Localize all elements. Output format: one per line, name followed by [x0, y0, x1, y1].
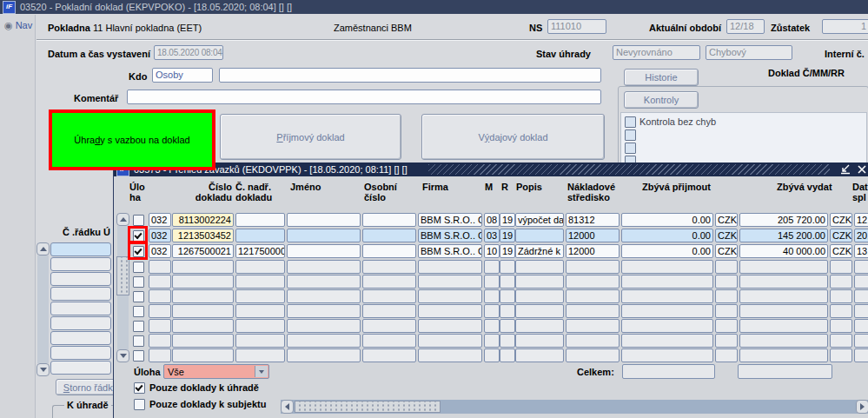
- kontrola-checkbox-2[interactable]: [625, 129, 636, 141]
- cell-empty: [739, 275, 828, 289]
- cell-prijmout[interactable]: 0.00: [621, 229, 713, 242]
- cell-r[interactable]: 19: [500, 213, 515, 227]
- cell-jmeno[interactable]: [287, 229, 361, 242]
- col-header-jmeno: Jméno: [290, 182, 321, 192]
- table-row[interactable]: 032 8113002224 BBM S.R.O.. Ce 08 19 výpo…: [114, 213, 868, 228]
- line-row-field[interactable]: [50, 242, 111, 256]
- row-select-checkbox[interactable]: [133, 291, 144, 302]
- kdo-type-field[interactable]: Osoby: [152, 68, 213, 83]
- cell-ns[interactable]: 12000: [566, 229, 620, 242]
- line-row-field[interactable]: [50, 257, 111, 271]
- cell-mena1[interactable]: CZK: [715, 244, 738, 258]
- horizontal-scroll-right-button[interactable]: [856, 400, 868, 414]
- line-row-field[interactable]: [50, 331, 111, 345]
- uhrady-s-vazbou-button[interactable]: Úhrady s vazbou na doklad: [52, 113, 212, 167]
- kontrola-checkbox-1[interactable]: [625, 116, 636, 128]
- line-row-field[interactable]: [50, 316, 111, 330]
- stav-uhrady-field-1[interactable]: Nevyrovnáno: [613, 45, 700, 60]
- cell-jmeno[interactable]: [287, 213, 361, 227]
- lines-scroll-down-button[interactable]: [36, 363, 50, 376]
- cell-osobni[interactable]: [362, 229, 416, 242]
- row-select-checkbox[interactable]: [133, 335, 144, 347]
- prijmovy-doklad-button[interactable]: Příjmový doklad: [220, 114, 401, 160]
- cell-dat[interactable]: 20.: [854, 229, 868, 242]
- row-select-checkbox[interactable]: [133, 246, 144, 257]
- horizontal-scrollbar-thumb[interactable]: [295, 401, 441, 413]
- cell-popis[interactable]: výpočet dar: [515, 213, 564, 227]
- line-row-field[interactable]: [50, 346, 111, 360]
- zustatek-field[interactable]: 1: [822, 19, 868, 34]
- pouze-doklady-k-uhrade-checkbox[interactable]: [134, 382, 145, 394]
- cell-nadr[interactable]: 1217500006: [235, 244, 285, 258]
- cell-vydat[interactable]: 145 200.00: [739, 229, 828, 242]
- cell-popis[interactable]: [515, 229, 564, 242]
- cell-firma[interactable]: BBM S.R.O.. Ce: [418, 244, 482, 258]
- kontrola-checkbox-3[interactable]: [625, 143, 636, 154]
- cell-mena1[interactable]: CZK: [715, 213, 738, 227]
- historie-button[interactable]: Historie: [624, 69, 699, 86]
- vydajovy-doklad-button[interactable]: Výdajový doklad: [421, 114, 605, 160]
- cell-cislo[interactable]: 1213503452: [172, 229, 234, 242]
- table-row[interactable]: 032 1213503452 BBM S.R.O.. Ce 03 19 1200…: [114, 229, 868, 243]
- line-row-field[interactable]: [50, 287, 111, 301]
- pouze-doklady-k-subjektu-checkbox[interactable]: [134, 399, 145, 410]
- kdo-name-field[interactable]: [219, 68, 601, 83]
- row-select-checkbox[interactable]: [133, 321, 144, 332]
- cell-r[interactable]: 19: [500, 244, 515, 258]
- line-row-field[interactable]: [50, 272, 111, 286]
- cell-popis[interactable]: Zádržné k fa: [515, 244, 564, 258]
- cell-dat[interactable]: 12.: [854, 213, 868, 227]
- cell-prijmout[interactable]: 0.00: [621, 244, 713, 258]
- cell-ns[interactable]: 12000: [566, 244, 620, 258]
- cell-vydat[interactable]: 40 000.00: [739, 244, 828, 258]
- cell-uloha[interactable]: 032: [149, 229, 171, 242]
- cell-prijmout[interactable]: 0.00: [621, 213, 713, 227]
- lines-scroll-up-button[interactable]: [36, 242, 50, 255]
- line-row-field[interactable]: [50, 302, 111, 315]
- dropdown-arrow-button[interactable]: [255, 366, 268, 377]
- komentar-field[interactable]: [127, 90, 601, 104]
- main-window-titlebar[interactable]: iF 03520 - Pokladní doklad (EKPVPOKO) - …: [0, 0, 868, 14]
- cell-cislo[interactable]: 1267500021: [172, 244, 234, 258]
- row-select-checkbox[interactable]: [133, 230, 144, 242]
- cell-osobni[interactable]: [362, 213, 416, 227]
- row-select-checkbox[interactable]: [133, 306, 144, 317]
- cell-mena1[interactable]: CZK: [715, 229, 738, 242]
- cell-dat[interactable]: 13.: [854, 244, 868, 258]
- table-row[interactable]: 032 1267500021 1217500006 BBM S.R.O.. Ce…: [114, 244, 868, 259]
- minimize-icon[interactable]: [840, 164, 851, 175]
- cell-m[interactable]: 10: [484, 244, 500, 258]
- cell-nadr[interactable]: [235, 229, 285, 242]
- cell-mena2[interactable]: CZK: [830, 229, 852, 242]
- ns-field[interactable]: 111010: [547, 19, 606, 34]
- row-select-checkbox[interactable]: [133, 262, 144, 273]
- stav-uhrady-field-2[interactable]: Chybový: [706, 45, 792, 60]
- kontroly-button[interactable]: Kontroly: [624, 91, 699, 109]
- cell-firma[interactable]: BBM S.R.O.. Ce: [418, 213, 482, 227]
- datum-field[interactable]: 18.05.2020 08:04: [154, 45, 223, 60]
- row-select-checkbox[interactable]: [133, 276, 144, 288]
- close-icon[interactable]: [857, 164, 867, 175]
- obdobi-field[interactable]: 12/18: [726, 19, 765, 34]
- cell-uloha[interactable]: 032: [149, 213, 171, 227]
- row-select-checkbox[interactable]: [133, 215, 144, 226]
- cell-firma[interactable]: BBM S.R.O.. Ce: [418, 229, 482, 242]
- cell-cislo[interactable]: 8113002224: [172, 213, 234, 227]
- line-row-field[interactable]: [50, 361, 111, 375]
- cell-mena2[interactable]: CZK: [830, 213, 852, 227]
- lines-scrollbar-track[interactable]: [37, 255, 49, 363]
- cell-r[interactable]: 19: [500, 229, 515, 242]
- cell-uloha[interactable]: 032: [149, 244, 171, 258]
- cell-nadr[interactable]: [235, 213, 285, 227]
- cell-osobni[interactable]: [362, 244, 416, 258]
- cell-vydat[interactable]: 205 720.00: [739, 213, 828, 227]
- horizontal-scroll-left-button[interactable]: [281, 400, 294, 414]
- row-select-checkbox[interactable]: [133, 350, 144, 362]
- cell-m[interactable]: 08: [484, 213, 500, 227]
- cell-mena2[interactable]: CZK: [830, 244, 852, 258]
- nav-radio[interactable]: ◉ Nav: [4, 20, 32, 31]
- uloha-filter-dropdown[interactable]: Vše: [163, 364, 269, 379]
- cell-m[interactable]: 03: [484, 229, 500, 242]
- cell-jmeno[interactable]: [287, 244, 361, 258]
- cell-ns[interactable]: 81312: [566, 213, 620, 227]
